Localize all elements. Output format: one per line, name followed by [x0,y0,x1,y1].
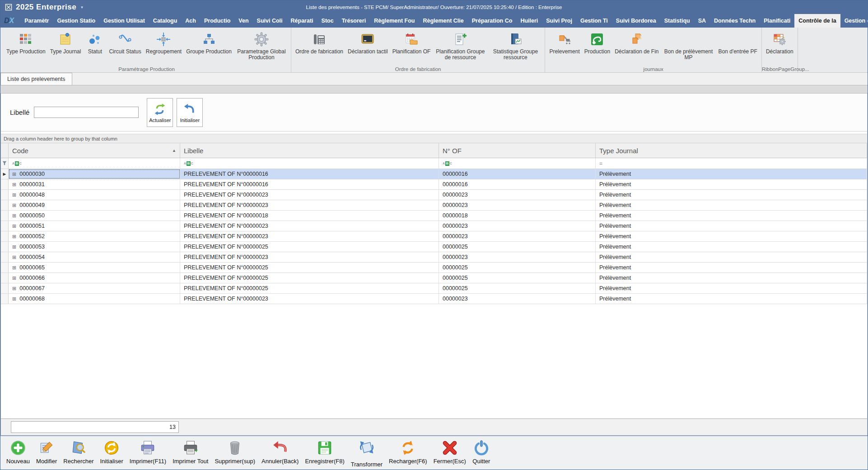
cell-libelle[interactable]: PRELEVEMENT OF N°00000023 [180,200,439,210]
expand-row-icon[interactable]: ⊞ [12,244,16,250]
table-row[interactable]: ⊞00000065PRELEVEMENT OF N°00000025000000… [1,263,867,273]
table-row[interactable]: ▶⊞00000030PRELEVEMENT OF N°0000001600000… [1,169,867,179]
expand-row-icon[interactable]: ⊞ [12,213,16,219]
table-row[interactable]: ⊞00000051PRELEVEMENT OF N°00000023000000… [1,221,867,231]
ribbon-button-statistique-groupe-ressource[interactable]: Statistique Groupe ressource [488,30,543,61]
menu-tab-ven[interactable]: Ven [234,14,252,28]
filter-cell-libelle[interactable]: ABC [180,158,439,169]
ribbon-button-prelevement[interactable]: Prelevement [547,30,582,56]
table-row[interactable]: ⊞00000050PRELEVEMENT OF N°00000018000000… [1,211,867,221]
menu-tab-planificati[interactable]: Planificati [760,14,794,28]
cell-code[interactable]: ⊞00000068 [9,294,180,304]
ribbon-button-planification-of[interactable]: Planification OF [390,30,433,56]
toolbar-button-modifier[interactable]: Modifier [33,438,60,465]
toolbar-button-quitter[interactable]: Quitter [469,438,494,465]
ribbon-button-statut[interactable]: Statut [83,30,107,56]
toolbar-button-imprimer-f11[interactable]: Imprimer(F11) [126,438,169,465]
menu-tab-tresoreri[interactable]: Trésoreri [338,14,370,28]
tab-liste-des-prelevements[interactable]: Liste des prelevements [0,73,72,85]
expand-row-icon[interactable]: ⊞ [12,182,16,188]
cell-n-of[interactable]: 00000016 [439,169,596,179]
menu-tab-gestion-de-cre[interactable]: Gestion de Cré [840,14,868,28]
menu-tab-suivi-coli[interactable]: Suivi Coli [253,14,287,28]
cell-code[interactable]: ⊞00000054 [9,252,180,262]
cell-libelle[interactable]: PRELEVEMENT OF N°00000023 [180,252,439,262]
cell-type-journal[interactable]: Prélèvement [596,211,867,221]
menu-tab-gestion-ti[interactable]: Gestion Ti [576,14,612,28]
toolbar-button-rechercher[interactable]: Rechercher [60,438,97,465]
cell-libelle[interactable]: PRELEVEMENT OF N°00000023 [180,294,439,304]
menu-tab-donnees-techn[interactable]: Données Techn [710,14,760,28]
cell-type-journal[interactable]: Prélèvement [596,190,867,200]
cell-type-journal[interactable]: Prélèvement [596,200,867,210]
cell-n-of[interactable]: 00000025 [439,273,596,283]
cell-code[interactable]: ⊞00000030 [9,169,180,179]
cell-n-of[interactable]: 00000023 [439,231,596,241]
table-row[interactable]: ⊞00000054PRELEVEMENT OF N°00000023000000… [1,252,867,263]
cell-type-journal[interactable]: Prélèvement [596,221,867,231]
record-count-field[interactable] [11,421,179,433]
cell-type-journal[interactable]: Prélèvement [596,242,867,252]
cell-code[interactable]: ⊞00000050 [9,211,180,221]
menu-tab-suivi-proj[interactable]: Suivi Proj [542,14,576,28]
cell-type-journal[interactable]: Prélèvement [596,283,867,293]
ribbon-button-declaration[interactable]: Déclaration [764,30,796,56]
cell-libelle[interactable]: PRELEVEMENT OF N°00000025 [180,283,439,293]
expand-row-icon[interactable]: ⊞ [12,234,16,240]
table-row[interactable]: ⊞00000068PRELEVEMENT OF N°00000023000000… [1,294,867,304]
table-row[interactable]: ⊞00000048PRELEVEMENT OF N°00000023000000… [1,190,867,200]
cell-libelle[interactable]: PRELEVEMENT OF N°00000025 [180,242,439,252]
toolbar-button-annuler-back[interactable]: Annuler(Back) [258,438,302,465]
ribbon-button-production[interactable]: Production [582,30,612,56]
table-row[interactable]: ⊞00000052PRELEVEMENT OF N°00000023000000… [1,231,867,242]
ribbon-button-type-journal[interactable]: Type Journal [48,30,84,56]
cell-n-of[interactable]: 00000025 [439,263,596,273]
ribbon-button-declaration-tactil[interactable]: Déclaration tactil [345,30,390,56]
libelle-input[interactable] [34,107,139,118]
group-by-drop-zone[interactable]: Drag a column header here to group by th… [1,134,867,143]
cell-n-of[interactable]: 00000025 [439,283,596,293]
cell-type-journal[interactable]: Prélèvement [596,231,867,241]
cell-n-of[interactable]: 00000018 [439,211,596,221]
toolbar-button-enregistrer-f8[interactable]: Enregistrer(F8) [302,438,347,465]
menu-tab-gestion-statio[interactable]: Gestion Statio [53,14,99,28]
filter-cell-type-journal[interactable]: = [596,158,867,169]
ribbon-button-regroupement[interactable]: Regroupement [144,30,184,56]
menu-tab-reglement-clie[interactable]: Règlement Clie [419,14,467,28]
cell-libelle[interactable]: PRELEVEMENT OF N°00000016 [180,169,439,179]
cell-libelle[interactable]: PRELEVEMENT OF N°00000025 [180,263,439,273]
menu-tab-suivi-bordorea[interactable]: Suivi Bordorea [612,14,660,28]
window-menu-icon[interactable] [5,4,12,11]
initialiser-button[interactable]: Initialiser [177,98,203,127]
cell-libelle[interactable]: PRELEVEMENT OF N°00000025 [180,273,439,283]
menu-tab-controle-de-la[interactable]: Contrôle de la [794,14,840,28]
expand-row-icon[interactable]: ⊞ [12,202,16,208]
cell-type-journal[interactable]: Prélèvement [596,252,867,262]
ribbon-button-planification-groupe-de-ressource[interactable]: Planification Groupe de ressource [433,30,488,61]
column-header-n-of[interactable]: N° OF [439,143,596,158]
ribbon-button-declaration-de-fin[interactable]: Déclaration de Fin [612,30,661,56]
cell-n-of[interactable]: 00000023 [439,200,596,210]
cell-libelle[interactable]: PRELEVEMENT OF N°00000023 [180,190,439,200]
cell-type-journal[interactable]: Prélèvement [596,273,867,283]
menu-tab-parametr[interactable]: Paramètr [20,14,53,28]
table-row[interactable]: ⊞00000049PRELEVEMENT OF N°00000023000000… [1,200,867,211]
ribbon-button-type-production[interactable]: Type Production [4,30,48,56]
expand-row-icon[interactable]: ⊞ [12,286,16,291]
cell-code[interactable]: ⊞00000052 [9,231,180,241]
menu-tab-ach[interactable]: Ach [181,14,200,28]
menu-tab-productio[interactable]: Productio [200,14,234,28]
cell-libelle[interactable]: PRELEVEMENT OF N°00000023 [180,231,439,241]
expand-row-icon[interactable]: ⊞ [12,296,16,302]
ribbon-button-parametrage-global-production[interactable]: Parametrage Global Production [234,30,289,61]
cell-n-of[interactable]: 00000023 [439,190,596,200]
cell-code[interactable]: ⊞00000053 [9,242,180,252]
expand-row-icon[interactable]: ⊞ [12,223,16,229]
table-row[interactable]: ⊞00000053PRELEVEMENT OF N°00000025000000… [1,242,867,252]
filter-cell-code[interactable]: ABC [9,158,180,169]
cell-code[interactable]: ⊞00000048 [9,190,180,200]
toolbar-button-nouveau[interactable]: Nouveau [3,438,33,465]
cell-libelle[interactable]: PRELEVEMENT OF N°00000023 [180,221,439,231]
menu-tab-statistiqu[interactable]: Statistiqu [660,14,694,28]
column-header-code[interactable]: Code▲ [9,143,180,158]
